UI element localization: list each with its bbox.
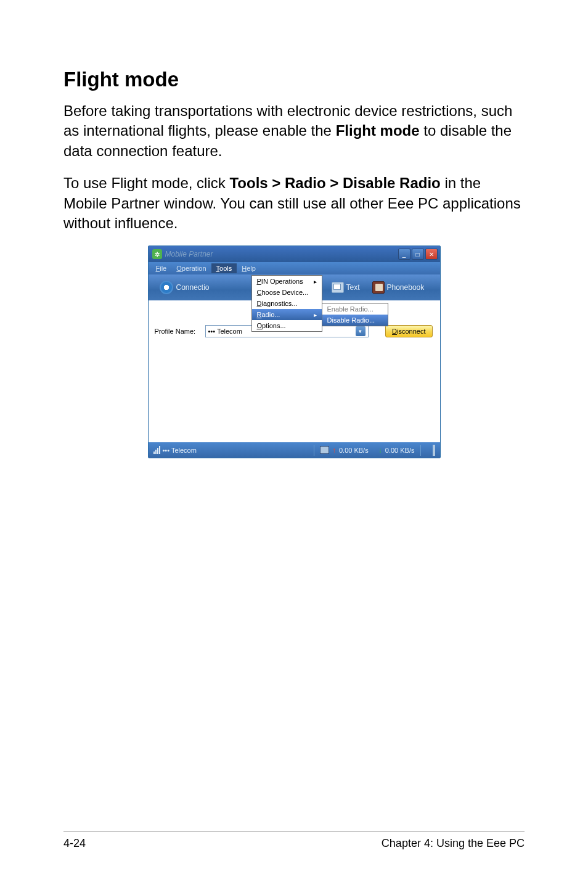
phonebook-label: Phonebook — [387, 283, 425, 292]
radio-submenu: Enable Radio... Disable Radio... — [322, 303, 388, 326]
disconnect-button[interactable]: Disconnect — [385, 325, 432, 337]
footer-page-number: 4-24 — [63, 837, 86, 850]
paragraph-2: To use Flight mode, click Tools > Radio … — [63, 173, 525, 233]
footer-chapter: Chapter 4: Using the Eee PC — [382, 837, 525, 850]
menu-radio[interactable]: Radio... ▸ — [252, 309, 322, 320]
page-footer: 4-24 Chapter 4: Using the Eee PC — [63, 831, 525, 850]
maximize-button[interactable]: □ — [412, 249, 424, 260]
text-button[interactable]: Text — [325, 280, 366, 295]
close-button[interactable]: ✕ — [425, 249, 438, 260]
connection-icon — [160, 281, 173, 294]
phonebook-button[interactable]: Phonebook — [366, 279, 431, 295]
menu-tools[interactable]: Tools — [211, 263, 237, 273]
toolbar-right: Text Phonebook — [325, 274, 431, 300]
page-content: Flight mode Before taking transportation… — [0, 0, 588, 458]
menu-disable-radio[interactable]: Disable Radio... — [322, 315, 388, 326]
dropdown-arrow-icon: ▾ — [356, 326, 365, 336]
status-traffic: ↑ 0.00 KB/s ↓ 0.00 KB/s — [311, 445, 435, 456]
status-upload: 0.00 KB/s — [339, 447, 369, 454]
menu-pin-operations[interactable]: PIN Operations ▸ — [252, 276, 322, 287]
text-label: Text — [346, 283, 360, 292]
profile-value: ••• Telecom — [208, 328, 242, 335]
menubar: File Operation Tools Help — [149, 262, 440, 274]
menu-options[interactable]: Options... — [252, 320, 322, 331]
signal-icon — [153, 446, 160, 454]
para2-bold: Tools > Radio > Disable Radio — [229, 175, 440, 191]
titlebar: ✲ Mobile Partner _ □ ✕ — [149, 246, 440, 262]
download-arrow-icon: ↓ — [378, 446, 382, 455]
menu-help[interactable]: Help — [237, 263, 261, 273]
menu-file[interactable]: File — [151, 263, 172, 273]
statusbar: ••• Telecom ↑ 0.00 KB/s ↓ 0.00 KB/s — [149, 442, 440, 458]
status-carrier: ••• Telecom — [163, 447, 197, 454]
network-icon — [320, 446, 329, 454]
submenu-arrow-icon: ▸ — [314, 311, 317, 318]
menu-choose-device[interactable]: Choose Device... — [252, 287, 322, 298]
menu-enable-radio[interactable]: Enable Radio... — [322, 303, 388, 315]
mobile-partner-window: ✲ Mobile Partner _ □ ✕ File Operation To… — [148, 245, 441, 458]
phonebook-icon — [372, 281, 385, 294]
minimize-button[interactable]: _ — [398, 249, 410, 260]
window-controls: _ □ ✕ — [398, 249, 438, 260]
para2-prefix: To use Flight mode, click — [63, 175, 229, 191]
paragraph-1: Before taking transportations with elect… — [63, 101, 525, 161]
upload-arrow-icon: ↑ — [332, 446, 336, 455]
heading-flight-mode: Flight mode — [63, 68, 525, 91]
status-download: 0.00 KB/s — [385, 447, 415, 454]
para1-bold: Flight mode — [336, 122, 420, 139]
profile-label: Profile Name: — [155, 328, 205, 335]
connection-button[interactable]: Connectio — [153, 279, 216, 296]
menu-diagnostics[interactable]: Diagnostics... — [252, 298, 322, 309]
menu-operation[interactable]: Operation — [171, 263, 211, 273]
connection-label: Connectio — [176, 283, 210, 292]
app-icon: ✲ — [152, 249, 162, 259]
text-icon — [332, 282, 344, 293]
window-title: Mobile Partner — [165, 250, 398, 258]
submenu-arrow-icon: ▸ — [314, 278, 317, 285]
tools-dropdown: PIN Operations ▸ Choose Device... Diagno… — [251, 275, 322, 332]
